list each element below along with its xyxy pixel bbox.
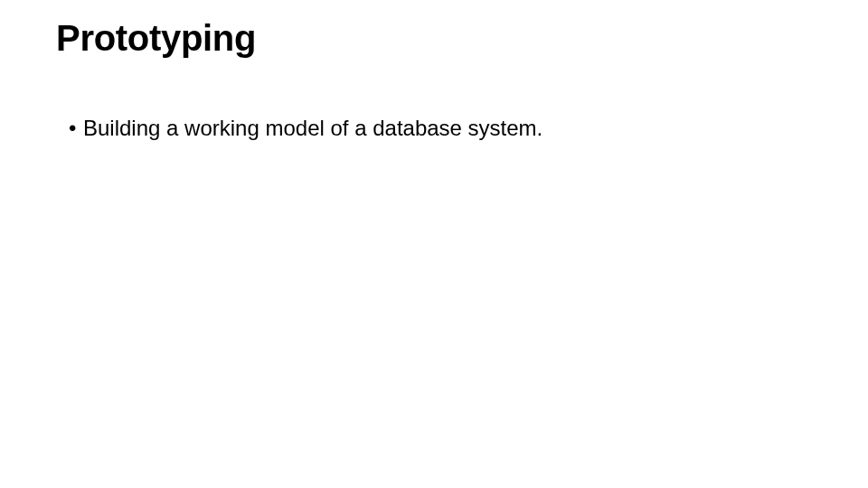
slide-title: Prototyping (56, 18, 812, 58)
bullet-list: Building a working model of a database s… (56, 114, 812, 142)
list-item: Building a working model of a database s… (69, 114, 812, 142)
slide-container: Prototyping Building a working model of … (0, 0, 868, 488)
